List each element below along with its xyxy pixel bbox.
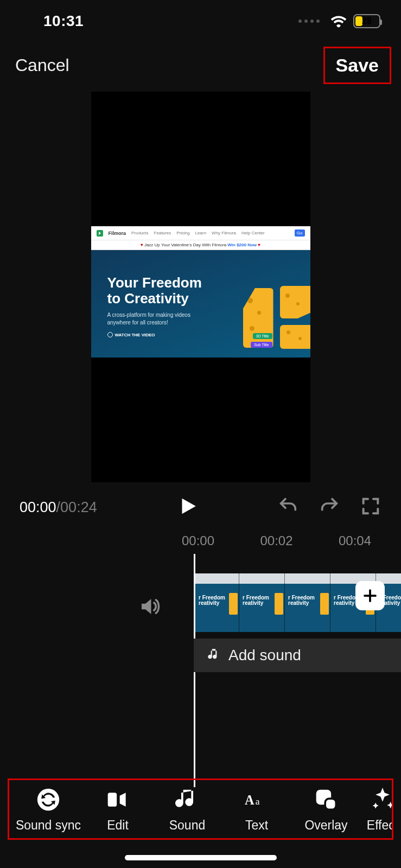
- redo-button[interactable]: [319, 495, 340, 519]
- preview-nav-item: Pricing: [176, 231, 189, 235]
- music-note-icon: [207, 647, 221, 663]
- battery-icon: 28: [353, 14, 380, 28]
- add-clip-button[interactable]: [355, 581, 385, 610]
- home-indicator[interactable]: [125, 855, 277, 860]
- text-icon: Aa: [245, 787, 269, 813]
- preview-nav-btn: Go: [295, 229, 305, 237]
- preview-nav-item: Features: [154, 231, 171, 235]
- svg-rect-5: [325, 799, 336, 809]
- preview-hero: Your Freedom to Creativity A cross-platf…: [91, 250, 310, 358]
- add-sound-button[interactable]: Add sound: [194, 639, 401, 672]
- ruler-mark: 00:02: [252, 533, 301, 548]
- fullscreen-button[interactable]: [360, 495, 381, 519]
- tool-label: Effect: [367, 818, 393, 833]
- time-ruler[interactable]: 00:00 00:02 00:04: [0, 520, 401, 548]
- status-bar: 10:31 28: [0, 0, 401, 42]
- current-time: 00:00: [20, 499, 56, 515]
- timeline[interactable]: r Freedomreativity r Freedomreativity r …: [0, 554, 401, 787]
- preview-nav-item: Why Filmora: [212, 231, 236, 235]
- sound-button[interactable]: Sound: [152, 787, 222, 833]
- preview-pill-subtitle: Sub Title: [251, 342, 272, 348]
- battery-level: 28: [354, 16, 379, 26]
- status-right: 28: [298, 14, 380, 28]
- preview-hero-graphic: [240, 272, 310, 358]
- play-button[interactable]: [177, 494, 198, 520]
- preview-nav-item: Products: [131, 231, 149, 235]
- status-time: 10:31: [43, 12, 84, 30]
- effect-button[interactable]: Effect: [361, 787, 393, 833]
- tool-label: Sound sync: [16, 818, 81, 833]
- preview-banner: ♥ Jazz Up Your Valentine's Day With Film…: [91, 240, 310, 250]
- edit-icon: [106, 787, 130, 813]
- preview-site-header: Filmora Products Features Pricing Learn …: [91, 226, 310, 240]
- video-clip[interactable]: r Freedomreativity: [194, 573, 239, 632]
- save-button[interactable]: Save: [336, 55, 379, 76]
- text-button[interactable]: Aa Text: [222, 787, 291, 833]
- tool-label: Edit: [107, 818, 129, 833]
- filmora-logo-icon: [97, 230, 103, 237]
- sound-sync-button[interactable]: Sound sync: [14, 787, 83, 833]
- preview-banner-text: Jazz Up Your Valentine's Day With Filmor…: [144, 242, 226, 247]
- svg-text:A: A: [245, 793, 254, 807]
- sound-sync-icon: [36, 787, 60, 813]
- preview-nav-item: Help Center: [241, 231, 265, 235]
- svg-point-0: [37, 789, 59, 810]
- duration: 00:24: [60, 499, 97, 515]
- track-volume-button[interactable]: [138, 595, 161, 620]
- wifi-icon: [330, 15, 347, 28]
- svg-rect-1: [108, 793, 117, 807]
- svg-text:a: a: [256, 796, 260, 807]
- signal-dots-icon: [298, 20, 320, 23]
- save-button-highlight: Save: [323, 47, 391, 84]
- preview-pill-3dtitle: 3D Title: [253, 333, 272, 339]
- timecode: 00:00/00:24: [20, 499, 97, 516]
- video-clip[interactable]: r Freedomreativity: [239, 573, 285, 632]
- preview-hero-sub: A cross-platform for making videos anywh…: [107, 311, 211, 327]
- overlay-icon: [314, 787, 338, 813]
- video-preview[interactable]: Filmora Products Features Pricing Learn …: [91, 92, 310, 482]
- ruler-mark: 00:04: [330, 533, 379, 548]
- effect-icon: [371, 787, 393, 813]
- preview-site-brand: Filmora: [109, 231, 126, 236]
- add-sound-label: Add sound: [228, 647, 301, 664]
- bottom-toolbar-highlight: Sound sync Edit Sound Aa Text Overlay Ef…: [8, 778, 393, 840]
- tool-label: Text: [245, 818, 268, 833]
- cancel-button[interactable]: Cancel: [15, 55, 69, 75]
- undo-button[interactable]: [277, 495, 299, 519]
- preview-banner-link: Win $200 Now: [227, 242, 257, 247]
- video-clip[interactable]: r Freedomreativity: [285, 573, 330, 632]
- overlay-button[interactable]: Overlay: [291, 787, 361, 833]
- sound-icon: [175, 787, 199, 813]
- ruler-mark: 00:00: [174, 533, 222, 548]
- edit-button[interactable]: Edit: [83, 787, 152, 833]
- preview-content: Filmora Products Features Pricing Learn …: [91, 226, 310, 358]
- tool-label: Sound: [169, 818, 206, 833]
- playback-row: 00:00/00:24: [0, 482, 401, 520]
- tool-label: Overlay: [304, 818, 347, 833]
- top-nav: Cancel Save: [0, 42, 401, 88]
- preview-nav-item: Learn: [195, 231, 206, 235]
